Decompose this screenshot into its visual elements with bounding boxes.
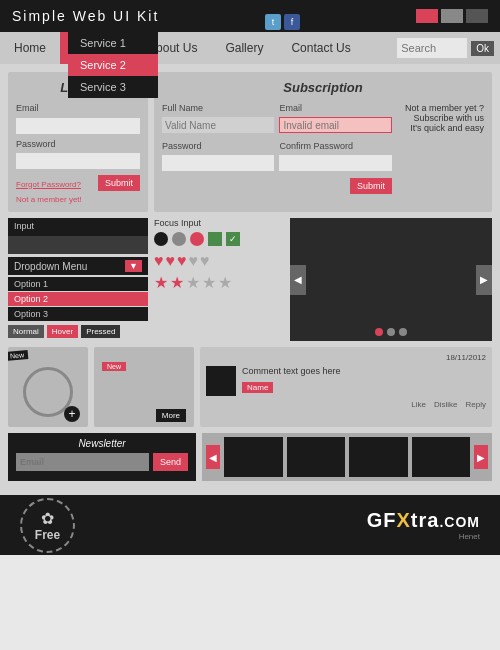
gallery-thumb-1 [224,437,283,477]
dot-green [208,232,222,246]
search-button[interactable]: Ok [471,41,494,56]
star-1[interactable]: ★ [154,273,168,292]
input-section: Input [8,218,148,254]
social-icons: t f [265,14,300,30]
footer-logo-area: GFXtra.COM Henet [367,509,480,541]
heart-2[interactable]: ♥ [166,252,176,270]
comment-date: 18/11/2012 [206,353,486,362]
option-1[interactable]: Option 1 [8,277,148,291]
search-input[interactable] [397,38,467,58]
sub-note2: Subscribe with us [405,113,484,123]
slider-next-btn[interactable]: ▶ [476,265,492,295]
dropdown-service1[interactable]: Service 1 [68,32,158,54]
heart-1[interactable]: ♥ [154,252,164,270]
state-buttons: Normal Hover Pressed [8,322,148,341]
sub-password-field[interactable] [162,155,274,171]
comment-avatar [206,366,236,396]
sub-note3: It's quick and easy [405,123,484,133]
slider-dot-2[interactable] [387,328,395,336]
dislike-btn[interactable]: Dislike [434,400,458,409]
sub-email-field[interactable] [279,117,391,133]
nav-gallery[interactable]: Gallery [211,32,277,64]
heart-3[interactable]: ♥ [177,252,187,270]
logo-gf: GF [367,509,397,531]
star-5[interactable]: ★ [218,273,232,292]
option-3[interactable]: Option 3 [8,307,148,321]
facebook-icon[interactable]: f [284,14,300,30]
hearts-row: ♥ ♥ ♥ ♥ ♥ [154,252,284,270]
not-member-text: Not a member yet! [16,195,140,204]
dropdown-arrow-icon[interactable]: ▼ [125,260,142,272]
content-card: New More [94,347,194,427]
logo-com: .COM [439,514,480,530]
sub-submit[interactable]: Submit [350,178,392,194]
sub-pass-wrap: Password [162,141,274,176]
dropdown-service2[interactable]: Service 2 [68,54,158,76]
check-icon: ✓ [226,232,240,246]
sub-email-wrap: Email [279,103,391,138]
slider-dot-1[interactable] [375,328,383,336]
free-badge: ✿ Free [20,498,75,553]
sub-confirm-wrap: Confirm Password [279,141,391,176]
star-4[interactable]: ★ [202,273,216,292]
state-hover-btn[interactable]: Hover [47,325,78,338]
sub-pass-label: Password [162,141,274,151]
star-3[interactable]: ★ [186,273,200,292]
subscription-box: Subscription Full Name Email [154,72,492,212]
dropdown-ctrl[interactable]: Dropdown Menu ▼ [8,257,148,275]
option-2[interactable]: Option 2 [8,292,148,306]
heart-4[interactable]: ♥ [189,252,199,270]
footer-sub: Henet [367,532,480,541]
gallery-thumb-4 [412,437,471,477]
sub-email-label: Email [279,103,391,113]
subscription-title: Subscription [162,80,484,95]
media-card: New + [8,347,88,427]
newsletter-send-btn[interactable]: Send [153,453,188,471]
reply-btn[interactable]: Reply [466,400,486,409]
star-2[interactable]: ★ [170,273,184,292]
logo-x: X [397,509,411,531]
comment-actions: Like Dislike Reply [206,400,486,409]
newsletter-box: Newsletter Send [8,433,196,481]
sub-top-row: Full Name Email [162,103,392,138]
gallery-prev-btn[interactable]: ◀ [206,445,220,469]
nav-search-area: Ok [391,32,500,64]
state-normal-btn[interactable]: Normal [8,325,44,338]
state-pressed-btn[interactable]: Pressed [81,325,120,338]
sub-note1: Not a member yet ? [405,103,484,113]
sub-confirm-label: Confirm Password [279,141,391,151]
input-label: Input [8,218,148,234]
newsletter-email[interactable] [16,453,149,471]
nav-home[interactable]: Home [0,32,60,64]
twitter-icon[interactable]: t [265,14,281,30]
fullname-field[interactable] [162,117,274,133]
dropdown-service3[interactable]: Service 3 [68,76,158,98]
sub-password-row: Password Confirm Password [162,141,392,176]
gallery-next-btn[interactable]: ▶ [474,445,488,469]
nav-contact[interactable]: Contact Us [277,32,364,64]
forgot-link[interactable]: Forgot Password? [16,180,81,189]
more-btn[interactable]: More [156,409,186,422]
dot-gray [172,232,186,246]
heart-5[interactable]: ♥ [200,252,210,270]
controls-left: Input Dropdown Menu ▼ Option 1 Option 2 … [8,218,148,341]
sub-name-wrap: Full Name [162,103,274,138]
like-btn[interactable]: Like [411,400,426,409]
comment-body: Comment text goes here Name [206,366,486,396]
sub-confirm-field[interactable] [279,155,391,171]
slider-dot-3[interactable] [399,328,407,336]
slider-area: ◀ ▶ [290,218,492,341]
newsletter-title: Newsletter [16,438,188,449]
login-submit[interactable]: Submit [98,175,140,191]
fullname-label: Full Name [162,103,274,113]
add-icon[interactable]: + [64,406,80,422]
slider-prev-btn[interactable]: ◀ [290,265,306,295]
password-field[interactable] [16,153,140,169]
newsletter-row: Newsletter Send ◀ ▶ [8,433,492,481]
sub-content-row: Full Name Email Password [162,103,484,194]
ctrl-input[interactable] [8,236,148,254]
slider-dots [375,328,407,336]
gallery-strip: ◀ ▶ [202,433,492,481]
sub-fields: Full Name Email Password [162,103,392,194]
email-field[interactable] [16,118,140,134]
